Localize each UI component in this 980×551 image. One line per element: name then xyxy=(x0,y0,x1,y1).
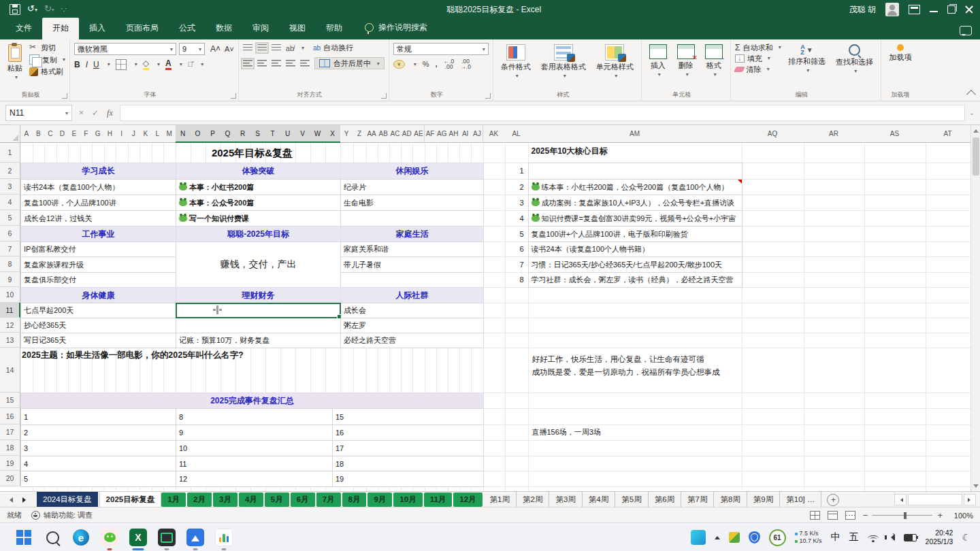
cell-r12-c0[interactable]: 抄心经365天 xyxy=(20,318,176,333)
column-header-M[interactable]: M xyxy=(163,125,176,143)
accessibility-status[interactable]: 辅助功能: 调查 xyxy=(31,510,93,520)
alignment-dialog-launcher[interactable] xyxy=(381,93,387,99)
increase-indent-button[interactable] xyxy=(300,60,310,67)
column-header-X[interactable]: X xyxy=(325,125,341,143)
cell-r8-c0[interactable]: 复盘家族课程升级 xyxy=(20,256,176,273)
column-header-AM[interactable]: AM xyxy=(528,125,742,143)
sheet-title-cell[interactable]: 2025年目标&复盘 xyxy=(20,143,484,163)
hscroll-right-button[interactable] xyxy=(964,494,976,505)
sheet-tab-第5周[interactable]: 第5周 xyxy=(615,492,648,507)
cell-r7-c2[interactable]: 家庭关系和谐 xyxy=(340,241,484,257)
accounting-format-button[interactable]: ¥ xyxy=(393,60,405,69)
column-header-W[interactable]: W xyxy=(310,125,326,143)
bold-button[interactable]: B xyxy=(74,60,80,69)
merged-goal-cell[interactable]: 赚钱，交付，产出 xyxy=(176,241,341,288)
section-header-学习成长[interactable]: 学习成长 xyxy=(20,163,176,180)
summary-cell-r18-c2[interactable]: 17 xyxy=(332,440,484,456)
summary-cell-r18-c0[interactable]: 3 xyxy=(20,440,176,456)
column-header-U[interactable]: U xyxy=(280,125,296,143)
column-header-S[interactable]: S xyxy=(250,125,266,143)
goal-index-5[interactable]: 5 xyxy=(505,226,524,241)
cell-r9-c2[interactable] xyxy=(340,272,484,288)
redo-icon[interactable]: ↻▾ xyxy=(44,4,54,15)
summary-title-cell[interactable]: 2025完成事件复盘汇总 xyxy=(20,393,484,409)
row-header-3[interactable]: 3 xyxy=(0,179,20,195)
format-cells-button[interactable]: ↔ 格式▾ xyxy=(702,43,726,80)
ribbon-display-options-icon[interactable] xyxy=(909,5,920,14)
copy-button[interactable]: 复制▾ xyxy=(29,54,65,65)
goal-item-r7[interactable]: 读书24本（读复盘100个人物书籍） xyxy=(528,241,742,257)
align-top-button[interactable] xyxy=(243,44,252,52)
sheet-tab-2月[interactable]: 2月 xyxy=(187,492,212,507)
underline-button[interactable]: U xyxy=(93,60,99,69)
network-speed-indicator[interactable]: 7.5 K/s 10.7 K/s xyxy=(795,530,822,545)
row-header-11[interactable]: 11 xyxy=(0,303,20,318)
column-header-K[interactable]: K xyxy=(140,125,152,143)
sort-filter-button[interactable]: AZ▼ 排序和筛选▾ xyxy=(785,43,829,76)
column-header-H[interactable]: H xyxy=(104,125,117,143)
autosum-button[interactable]: Σ自动求和▾ xyxy=(735,43,781,52)
cell-r4-c2[interactable]: 生命电影 xyxy=(340,195,484,211)
undo-icon[interactable]: ↺▾ xyxy=(27,4,37,15)
section-header-工作事业[interactable]: 工作事业 xyxy=(20,226,176,242)
column-header-AR[interactable]: AR xyxy=(804,125,865,143)
clipboard-dialog-launcher[interactable] xyxy=(62,93,67,99)
font-size-select[interactable]: 9▾ xyxy=(179,43,205,55)
goal-item-r8[interactable]: 习惯：日记365天/抄心经365天/七点早起200天/散步100天 xyxy=(528,256,742,273)
cell-styles-button[interactable]: 单元格样式▾ xyxy=(593,43,637,82)
active-cell-N11[interactable] xyxy=(176,303,341,318)
cell-r7-c0[interactable]: IP创富私教交付 xyxy=(20,241,176,257)
section-header-人际社群[interactable]: 人际社群 xyxy=(340,287,484,303)
column-header-Y[interactable]: Y xyxy=(340,125,354,143)
column-header-AJ[interactable]: AJ xyxy=(471,125,483,143)
cell-r11-c0[interactable]: 七点早起200天 xyxy=(20,303,176,318)
zoom-percent[interactable]: 100% xyxy=(950,512,973,520)
sheet-tab-8月[interactable]: 8月 xyxy=(342,492,367,507)
summary-cell-r19-c0[interactable]: 4 xyxy=(20,456,176,471)
sheet-tab-5月[interactable]: 5月 xyxy=(265,492,289,507)
vertical-scroll-thumb[interactable] xyxy=(973,137,979,176)
row-header-2[interactable]: 2 xyxy=(0,163,20,179)
column-header-V[interactable]: V xyxy=(295,125,311,143)
font-color-button[interactable]: A xyxy=(165,59,172,70)
column-header-AG[interactable]: AG xyxy=(436,125,448,143)
goal-index-6[interactable]: 6 xyxy=(505,241,524,256)
phonetic-guide-button[interactable]: 文̆ xyxy=(188,61,193,68)
summary-cell-r20-c2[interactable]: 19 xyxy=(332,471,484,487)
minimize-button[interactable] xyxy=(930,11,938,12)
column-header-AH[interactable]: AH xyxy=(448,125,460,143)
cell-r11-c2[interactable]: 成长会 xyxy=(340,303,484,318)
percent-button[interactable]: % xyxy=(423,60,429,68)
focus-assist-moon-icon[interactable]: ☾ xyxy=(962,532,970,543)
column-header-O[interactable]: O xyxy=(191,125,206,143)
goal-item-r5[interactable]: 知识付费课=复盘创富30讲卖99元，视频号+公众号+小宇宙 xyxy=(528,210,742,227)
column-header-T[interactable]: T xyxy=(265,125,281,143)
cell-r13-c0[interactable]: 写日记365天 xyxy=(20,333,176,348)
summary-cell-r16-c1[interactable]: 8 xyxy=(176,408,333,425)
ribbon-tab-页面布局[interactable]: 页面布局 xyxy=(116,18,169,39)
borders-button[interactable] xyxy=(116,59,127,70)
goal-index-3[interactable]: 3 xyxy=(505,195,524,210)
sheet-tab-9月[interactable]: 9月 xyxy=(368,492,392,507)
number-dialog-launcher[interactable] xyxy=(485,93,491,99)
customize-qat-icon[interactable]: ⸪ xyxy=(61,5,67,14)
column-header-R[interactable]: R xyxy=(235,125,251,143)
insert-function-icon[interactable]: fx xyxy=(107,108,113,118)
wifi-icon[interactable] xyxy=(868,533,879,541)
sheet-tab-2024目标复盘[interactable]: 2024目标复盘 xyxy=(37,492,98,507)
cell-r13-c2[interactable]: 必经之路天空营 xyxy=(340,333,484,348)
optimizer-badge[interactable]: 61 xyxy=(769,529,786,546)
column-header-I[interactable]: I xyxy=(116,125,129,143)
fill-button[interactable]: ↓填充▾ xyxy=(735,54,781,63)
row-header-4[interactable]: 4 xyxy=(0,195,20,210)
close-button[interactable] xyxy=(965,5,973,14)
delete-cells-button[interactable]: ✕ 删除▾ xyxy=(674,43,698,80)
column-header-E[interactable]: E xyxy=(68,125,81,143)
worksheet-grid[interactable]: ABCDEFGHIJKLMNOPQRSTUVWXYZAAABACADAEAFAG… xyxy=(0,125,970,491)
right-note-line-2[interactable]: 成功既是爱，爱是一切原动力，祝福所有学员心想事成 xyxy=(532,367,720,378)
column-header-Z[interactable]: Z xyxy=(353,125,367,143)
comma-button[interactable]: , xyxy=(436,60,438,68)
goal-index-4[interactable]: 4 xyxy=(505,210,524,226)
ribbon-tab-文件[interactable]: 文件 xyxy=(5,18,42,39)
ribbon-tab-插入[interactable]: 插入 xyxy=(79,18,116,39)
